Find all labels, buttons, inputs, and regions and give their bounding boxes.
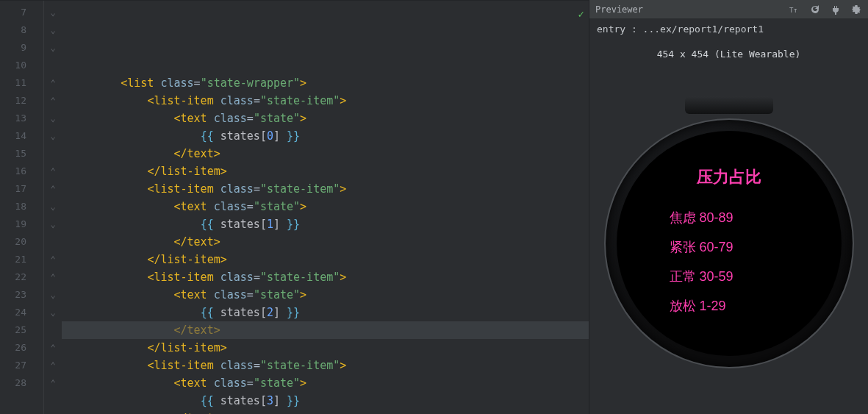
code-area[interactable]: ✓ <list class="state-wrapper"> <list-ite…	[62, 1, 589, 414]
previewer-title: Previewer	[595, 4, 643, 15]
line-gutter: 7891011121314151617181920212223242526272…	[0, 1, 44, 414]
previewer-header: Previewer Tт	[589, 0, 868, 19]
refresh-icon[interactable]	[809, 4, 821, 15]
list-item[interactable]: 紧张 60-79	[617, 238, 734, 256]
device-dimensions: 454 x 454 (Lite Wearable)	[657, 49, 801, 60]
preview-canvas: 454 x 454 (Lite Wearable) 压力占比 焦虑 80-89 …	[589, 40, 868, 414]
watch-screen[interactable]: 压力占比 焦虑 80-89 紧张 60-79 正常 30-59 放松 1-29	[617, 131, 842, 356]
list-item[interactable]: 正常 30-59	[617, 268, 734, 285]
editor-pane: H aining.hml × CSS training.css × CSS re…	[0, 0, 589, 414]
watch-body: 压力占比 焦虑 80-89 紧张 60-79 正常 30-59 放松 1-29	[604, 118, 854, 368]
svg-text:Tт: Tт	[789, 7, 797, 14]
gear-icon[interactable]	[850, 4, 862, 15]
plug-icon[interactable]	[830, 4, 842, 15]
wearable-frame: 压力占比 焦虑 80-89 紧张 60-79 正常 30-59 放松 1-29	[600, 67, 858, 390]
text-aa-icon[interactable]: Tт	[789, 4, 800, 15]
editor-body: 7891011121314151617181920212223242526272…	[0, 1, 589, 414]
analysis-ok-icon: ✓	[578, 5, 584, 23]
fold-gutter: ⌄⌄⌄⌃⌃⌄⌄⌃⌃⌄⌄⌃⌃⌄⌄⌃⌃⌃	[44, 1, 62, 414]
previewer-pane: Previewer Tт entry : ...ex/report1/repor…	[589, 0, 868, 414]
entry-path: entry : ...ex/report1/report1	[597, 24, 764, 35]
watch-lug-top	[685, 96, 773, 114]
list-item[interactable]: 放松 1-29	[617, 297, 726, 315]
list-item[interactable]: 焦虑 80-89	[617, 209, 734, 226]
previewer-entry: entry : ...ex/report1/report1	[589, 19, 868, 40]
watch-title: 压力占比	[697, 166, 761, 188]
